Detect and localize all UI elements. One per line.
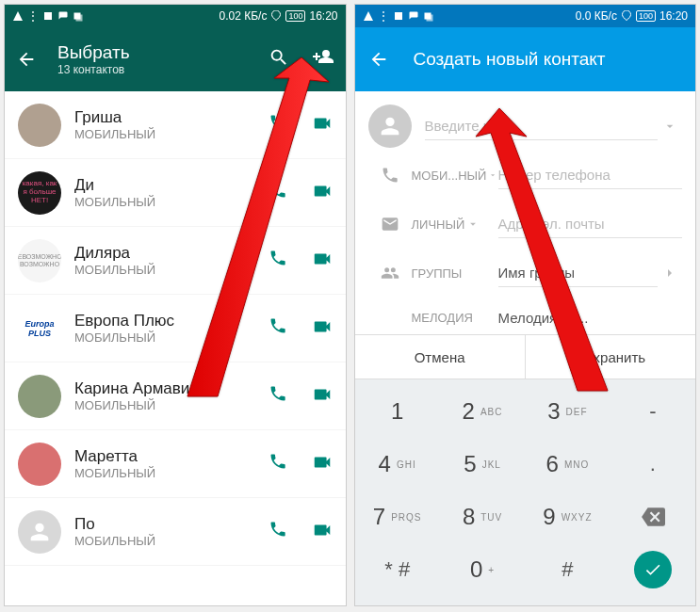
name-field[interactable]: Введите имя [425, 112, 659, 140]
dialpad-key[interactable]: 0+ [440, 543, 525, 596]
svg-rect-0 [44, 12, 52, 20]
page-title: Выбрать [57, 42, 269, 63]
call-icon[interactable] [269, 384, 287, 409]
group-field[interactable]: Имя группы [498, 259, 659, 287]
contact-type: МОБИЛЬНЫЙ [74, 466, 269, 480]
email-field[interactable]: Адрес эл. почты [498, 210, 683, 238]
dialpad-key[interactable]: 6MNO [525, 438, 610, 491]
whatsapp-header: Выбрать 13 контактов [5, 27, 346, 91]
phone-field[interactable]: Номер телефона [498, 161, 683, 189]
status-bar: ⋮ 0.02 КБ/с 100 16:20 [5, 5, 346, 27]
status-left: ⋮ [363, 9, 434, 23]
video-icon[interactable] [312, 384, 333, 409]
call-icon[interactable] [269, 249, 287, 273]
contact-type: МОБИЛЬНЫЙ [74, 127, 269, 141]
dialog-actions: Отмена Сохранить [355, 334, 696, 379]
dialpad-key[interactable]: . [610, 438, 695, 491]
contact-row[interactable]: ГришаМОБИЛЬНЫЙ [5, 91, 346, 159]
contact-type: МОБИЛЬНЫЙ [74, 398, 269, 412]
contacts-screen: ⋮ 0.0 КБ/с 100 16:20 Создать новый конта… [354, 4, 697, 606]
contact-row[interactable]: какая, как я больше НЕТ!ДиМОБИЛЬНЫЙ [5, 159, 346, 227]
call-icon[interactable] [269, 113, 287, 137]
call-icon[interactable] [269, 520, 287, 544]
contact-list[interactable]: ГришаМОБИЛЬНЫЙкакая, как я больше НЕТ!Ди… [5, 91, 346, 566]
name-row: Введите имя [368, 105, 683, 148]
call-icon[interactable] [269, 181, 287, 205]
dialpad-key[interactable]: 1 [355, 385, 440, 438]
video-icon[interactable] [312, 249, 333, 273]
call-icon[interactable] [269, 316, 287, 341]
status-right: 0.0 КБ/с 100 16:20 [576, 9, 688, 23]
expand-icon[interactable] [658, 119, 682, 134]
contact-row[interactable]: Карина АрмавиМОБИЛЬНЫЙ [5, 362, 346, 430]
contact-row[interactable]: ПоМОБИЛЬНЫЙ [5, 498, 346, 566]
contact-name: Гриша [74, 108, 269, 127]
dialpad-key[interactable]: 4GHI [355, 438, 440, 491]
dialpad-key[interactable]: - [610, 385, 695, 438]
contact-type: МОБИЛЬНЫЙ [74, 263, 269, 277]
avatar: какая, как я больше НЕТ! [18, 171, 61, 215]
header-actions [269, 46, 334, 72]
avatar [18, 443, 61, 486]
call-icon[interactable] [269, 452, 287, 476]
avatar: Europa PLUS [18, 307, 61, 350]
video-icon[interactable] [312, 316, 333, 341]
dialpad-key[interactable]: 2ABC [440, 385, 525, 438]
dialpad: 12ABC3DEF-4GHI5JKL6MNO.7PRQS8TUV9WXYZ* #… [355, 379, 696, 605]
done-key[interactable] [610, 543, 695, 596]
page-title: Создать новый контакт [400, 49, 606, 70]
video-icon[interactable] [312, 181, 333, 205]
whatsapp-screen: ⋮ 0.02 КБ/с 100 16:20 Выбрать 13 контакт… [4, 4, 347, 606]
dialpad-key[interactable]: 3DEF [525, 385, 610, 438]
back-button[interactable] [368, 49, 400, 70]
phone-icon [368, 166, 412, 185]
avatar-placeholder-icon[interactable] [368, 105, 412, 148]
group-label: ГРУППЫ [412, 266, 498, 281]
contacts-header: Создать новый контакт [355, 27, 696, 91]
status-bar: ⋮ 0.0 КБ/с 100 16:20 [355, 5, 696, 27]
video-icon[interactable] [312, 113, 333, 137]
avatar: НЕВОЗМОЖНОЕ ВОЗМОЖНО [18, 239, 61, 282]
contact-row[interactable]: Europa PLUSЕвропа ПлюсМОБИЛЬНЫЙ [5, 295, 346, 362]
save-button[interactable]: Сохранить [526, 335, 695, 378]
phone-row: МОБИ...НЫЙ Номер телефона [368, 153, 683, 197]
phone-type-label[interactable]: МОБИ...НЫЙ [412, 169, 498, 183]
contact-name: Маретта [74, 447, 269, 466]
group-icon [368, 264, 412, 282]
avatar [18, 375, 61, 418]
page-subtitle: 13 контактов [57, 63, 269, 76]
ringtone-field[interactable]: Мелодия по... [498, 304, 683, 331]
dialpad-key[interactable]: 8TUV [440, 491, 525, 543]
group-row: ГРУППЫ Имя группы [368, 251, 683, 295]
dialpad-key[interactable]: # [525, 543, 610, 596]
add-contact-icon[interactable] [312, 46, 334, 72]
dialpad-key[interactable]: 9WXYZ [525, 491, 610, 543]
dialpad-key[interactable]: 7PRQS [355, 491, 440, 543]
status-right: 0.02 КБ/с 100 16:20 [220, 9, 338, 23]
email-row: ЛИЧНЫЙ Адрес эл. почты [368, 202, 683, 246]
contact-name: Ди [74, 176, 269, 195]
video-icon[interactable] [312, 520, 333, 544]
search-icon[interactable] [269, 47, 289, 72]
contact-form: Введите имя МОБИ...НЫЙ Номер телефона ЛИ… [355, 91, 696, 334]
ringtone-row: МЕЛОДИЯ Мелодия по... [368, 300, 683, 334]
contact-type: МОБИЛЬНЫЙ [74, 534, 269, 548]
contact-name: Карина Армави [74, 379, 269, 398]
contact-type: МОБИЛЬНЫЙ [74, 330, 269, 345]
status-left: ⋮ [12, 9, 84, 23]
dialpad-key[interactable]: * # [355, 543, 440, 596]
svg-rect-4 [395, 12, 402, 20]
contact-row[interactable]: НЕВОЗМОЖНОЕ ВОЗМОЖНОДиляраМОБИЛЬНЫЙ [5, 227, 346, 295]
contact-type: МОБИЛЬНЫЙ [74, 195, 269, 209]
header-titles: Выбрать 13 контактов [46, 42, 269, 76]
email-type-label[interactable]: ЛИЧНЫЙ [412, 217, 498, 232]
dialpad-key[interactable]: 5JKL [440, 438, 525, 491]
video-icon[interactable] [312, 452, 333, 476]
svg-rect-6 [426, 15, 432, 22]
contact-row[interactable]: МареттаМОБИЛЬНЫЙ [5, 430, 346, 498]
cancel-button[interactable]: Отмена [355, 335, 526, 378]
contact-name: Диляра [74, 244, 269, 263]
backspace-key[interactable] [610, 491, 695, 543]
chevron-right-icon[interactable] [658, 266, 682, 281]
back-button[interactable] [16, 49, 46, 70]
